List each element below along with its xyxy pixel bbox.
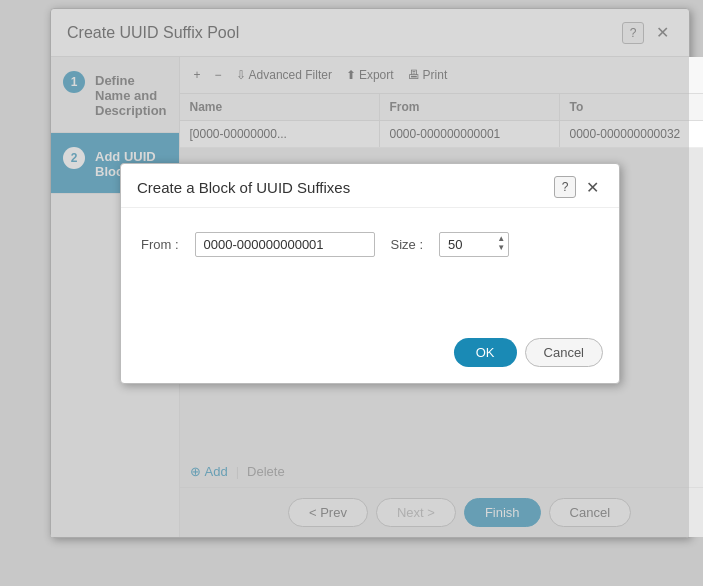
main-dialog: Create UUID Suffix Pool ? ✕ 1 Define Nam… bbox=[50, 8, 690, 538]
form-row: From : Size : ▲ ▼ bbox=[141, 232, 599, 257]
from-label: From : bbox=[141, 237, 179, 252]
inner-help-button[interactable]: ? bbox=[554, 176, 576, 198]
inner-modal-footer: OK Cancel bbox=[121, 328, 619, 383]
from-input[interactable] bbox=[195, 232, 375, 257]
inner-modal-icons: ? ✕ bbox=[554, 176, 603, 199]
ok-button[interactable]: OK bbox=[454, 338, 517, 367]
spinner-down-icon[interactable]: ▼ bbox=[495, 244, 507, 253]
inner-close-button[interactable]: ✕ bbox=[582, 176, 603, 199]
size-spinner[interactable]: ▲ ▼ bbox=[495, 235, 507, 253]
inner-modal-header: Create a Block of UUID Suffixes ? ✕ bbox=[121, 164, 619, 208]
modal-overlay: Create a Block of UUID Suffixes ? ✕ From… bbox=[51, 9, 689, 537]
inner-cancel-button[interactable]: Cancel bbox=[525, 338, 603, 367]
inner-help-icon: ? bbox=[562, 180, 569, 194]
size-label: Size : bbox=[391, 237, 424, 252]
inner-modal: Create a Block of UUID Suffixes ? ✕ From… bbox=[120, 163, 620, 384]
inner-modal-title: Create a Block of UUID Suffixes bbox=[137, 179, 350, 196]
size-input-wrapper: ▲ ▼ bbox=[439, 232, 509, 257]
inner-modal-body: From : Size : ▲ ▼ bbox=[121, 208, 619, 328]
